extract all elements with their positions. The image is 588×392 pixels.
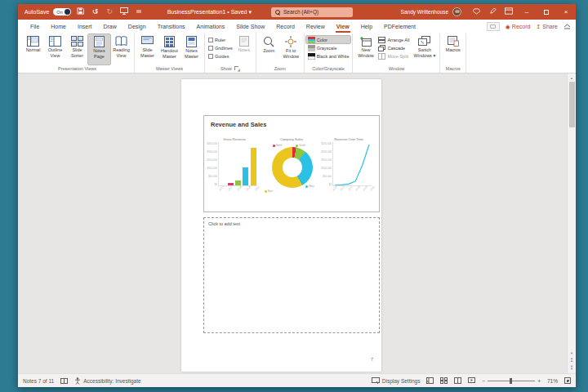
guides-checkbox[interactable]: Guides bbox=[207, 52, 234, 60]
normal-view-shortcut[interactable] bbox=[426, 377, 434, 384]
tab-record[interactable]: Record bbox=[270, 20, 301, 33]
display-settings-button[interactable]: Display Settings bbox=[372, 377, 421, 384]
switch-windows-button[interactable]: Switch Windows ▾ bbox=[411, 34, 438, 65]
x-tick-label: 2017 bbox=[227, 185, 235, 194]
tab-slide-show[interactable]: Slide Show bbox=[230, 20, 270, 33]
undo-button[interactable]: ↺▾ bbox=[90, 8, 100, 16]
slide-master-button[interactable]: Slide Master bbox=[136, 34, 158, 65]
zoom-percentage[interactable]: 71% bbox=[547, 378, 558, 384]
notes-placeholder-text: Click to add text bbox=[208, 221, 240, 226]
outline-view-button[interactable]: Outline View bbox=[44, 34, 66, 65]
fit-slide-to-window-icon[interactable] bbox=[564, 377, 571, 384]
tab-draw[interactable]: Draw bbox=[97, 20, 122, 33]
tab-transitions[interactable]: Transitions bbox=[152, 20, 191, 33]
group-label: Show bbox=[220, 66, 232, 71]
line-chart: Revenue Over Time $250,000$200,000$150,0… bbox=[320, 136, 377, 210]
color-button[interactable]: Color bbox=[306, 36, 351, 43]
donut-rings bbox=[272, 147, 313, 188]
y-tick-label: $100,000 bbox=[321, 167, 332, 170]
reading-view-button[interactable]: Reading View bbox=[110, 34, 132, 65]
dialog-launcher-icon[interactable] bbox=[234, 66, 240, 72]
tab-insert[interactable]: Insert bbox=[72, 20, 98, 33]
tab-review[interactable]: Review bbox=[301, 20, 331, 33]
close-button[interactable]: × bbox=[556, 4, 576, 20]
dropdown-icon: ▾ bbox=[433, 53, 435, 58]
search-icon bbox=[275, 10, 280, 15]
document-title[interactable]: BusinessPresentation1 • Saved ▾ bbox=[167, 9, 252, 16]
y-tick-label: $0 bbox=[215, 183, 217, 186]
powerpoint-window: AutoSave On ↺▾ ↻ BusinessPresentatio bbox=[18, 4, 576, 387]
y-tick-label: $0 bbox=[329, 183, 332, 186]
tab-file[interactable]: File bbox=[24, 20, 45, 33]
tab-animations[interactable]: Animations bbox=[191, 20, 231, 33]
x-tick-label: 2020 bbox=[369, 185, 377, 194]
slide-image-placeholder[interactable]: Revenue and Sales Gross Revenue $250,000… bbox=[203, 115, 380, 212]
new-window-button[interactable]: New Window bbox=[354, 34, 376, 65]
fit-to-window-button[interactable]: Fit to Window bbox=[280, 34, 302, 65]
share-button[interactable]: ↥ Share bbox=[536, 24, 558, 30]
next-slide-button[interactable]: ▼▼ bbox=[570, 365, 573, 373]
scroll-up-icon[interactable]: ▲ bbox=[570, 74, 573, 82]
collapse-ribbon-icon[interactable] bbox=[564, 22, 571, 31]
zoom-track[interactable] bbox=[488, 381, 535, 381]
ruler-checkbox[interactable]: Ruler bbox=[207, 36, 234, 43]
macros-button[interactable]: Macros bbox=[442, 34, 464, 65]
slide-sorter-shortcut[interactable] bbox=[440, 377, 448, 384]
tab-home[interactable]: Home bbox=[45, 20, 72, 33]
save-icon[interactable] bbox=[75, 7, 86, 16]
cascade-button[interactable]: Cascade bbox=[376, 44, 411, 51]
checkbox-icon bbox=[208, 54, 213, 59]
user-name[interactable]: Sandy Writtenhouse bbox=[401, 9, 448, 15]
notes-page-button[interactable]: Notes Page bbox=[88, 34, 110, 65]
line-chart-xaxis: 201520162017201820192020 bbox=[320, 186, 377, 193]
normal-view-button[interactable]: Normal bbox=[22, 34, 44, 65]
notes-text-placeholder[interactable]: Click to add text bbox=[203, 217, 380, 333]
y-tick-label: $150,000 bbox=[207, 158, 217, 162]
notes-page: Revenue and Sales Gross Revenue $250,000… bbox=[181, 79, 381, 372]
handout-master-button[interactable]: Handout Master bbox=[158, 34, 180, 65]
tab-design[interactable]: Design bbox=[122, 20, 152, 33]
notes-button-disabled: Notes bbox=[234, 34, 254, 65]
ribbon-display-options-icon[interactable] bbox=[501, 7, 517, 16]
y-tick-label: $150,000 bbox=[321, 158, 332, 162]
y-tick-label: $50,000 bbox=[208, 175, 217, 178]
tab-view[interactable]: View bbox=[331, 20, 355, 33]
zoom-button[interactable]: Zoom bbox=[258, 34, 280, 65]
comments-button[interactable] bbox=[487, 22, 500, 31]
zoom-thumb[interactable] bbox=[510, 378, 512, 384]
search-input[interactable]: Search (Alt+Q) bbox=[271, 7, 353, 17]
share-icon: ↥ bbox=[536, 24, 541, 30]
slide-sorter-button[interactable]: Slide Sorter bbox=[66, 34, 88, 65]
arrange-all-button[interactable]: Arrange All bbox=[376, 36, 411, 43]
slideshow-shortcut[interactable] bbox=[468, 377, 475, 384]
tab-help[interactable]: Help bbox=[355, 20, 378, 33]
scrollbar-thumb[interactable] bbox=[569, 82, 575, 127]
status-bar: Notes 7 of 11 Accessibility: Investigate… bbox=[18, 373, 576, 387]
record-dot-icon: ◉ bbox=[506, 24, 510, 30]
zoom-out-icon[interactable]: − bbox=[482, 378, 485, 384]
tab-pdfelement[interactable]: PDFelement bbox=[378, 20, 421, 33]
user-avatar[interactable] bbox=[452, 7, 461, 16]
customize-qat-icon[interactable] bbox=[134, 8, 145, 16]
bar-chart-plot bbox=[218, 142, 257, 186]
accessibility-checker[interactable]: Accessibility: Investigate bbox=[74, 377, 140, 385]
grayscale-button[interactable]: Grayscale bbox=[306, 44, 351, 51]
bar-chart-xaxis: 20162017201820192020 bbox=[206, 186, 263, 193]
reading-view-shortcut[interactable] bbox=[454, 377, 461, 384]
autosave-toggle[interactable]: On bbox=[53, 8, 70, 16]
gridlines-checkbox[interactable]: Gridlines bbox=[207, 44, 234, 51]
zoom-in-icon[interactable]: + bbox=[537, 378, 541, 384]
start-slideshow-icon[interactable] bbox=[119, 7, 130, 16]
zoom-slider[interactable]: − + bbox=[482, 378, 541, 384]
maximize-button[interactable] bbox=[537, 4, 556, 20]
vertical-scrollbar[interactable]: ▲ ▼ ▲▲ ▼▼ bbox=[567, 74, 576, 373]
premium-diamond-icon[interactable] bbox=[468, 8, 484, 16]
slide-indicator[interactable]: Notes 7 of 11 bbox=[23, 378, 54, 384]
editing-pencil-icon[interactable] bbox=[484, 7, 501, 16]
bar-chart-title: Gross Revenue bbox=[206, 136, 263, 142]
bar-2019 bbox=[243, 167, 248, 185]
record-button[interactable]: ◉ Record bbox=[506, 24, 531, 30]
minimize-button[interactable]: – bbox=[517, 4, 537, 20]
notes-master-button[interactable]: Notes Master bbox=[180, 34, 203, 65]
black-and-white-button[interactable]: Black and White bbox=[306, 52, 351, 60]
